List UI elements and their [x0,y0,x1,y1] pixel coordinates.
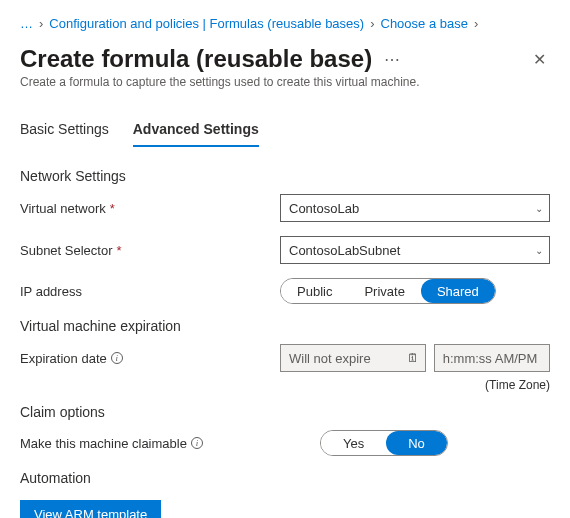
section-expiration: Virtual machine expiration [20,318,550,334]
expiration-date-input[interactable]: Will not expire 🗓 [280,344,426,372]
tabs: Basic Settings Advanced Settings [20,115,550,148]
breadcrumb-link-choose-base[interactable]: Choose a base [381,16,468,31]
claimable-no[interactable]: No [386,431,447,455]
page-header: Create formula (reusable base) ⋯ ✕ [20,45,550,73]
subnet-select[interactable]: ContosoLabSubnet ⌄ [280,236,550,264]
section-claim: Claim options [20,404,550,420]
vnet-select[interactable]: ContosoLab ⌄ [280,194,550,222]
tab-basic-settings[interactable]: Basic Settings [20,115,109,147]
chevron-down-icon: ⌄ [535,245,543,256]
page-title: Create formula (reusable base) [20,45,372,73]
chevron-right-icon: › [370,16,374,31]
ip-option-private[interactable]: Private [348,279,420,303]
expiration-time-input[interactable]: h:mm:ss AM/PM [434,344,550,372]
chevron-right-icon: › [474,16,478,31]
section-automation: Automation [20,470,550,486]
ip-option-shared[interactable]: Shared [421,279,495,303]
close-icon[interactable]: ✕ [529,46,550,73]
calendar-icon: 🗓 [407,351,419,365]
ip-option-public[interactable]: Public [281,279,348,303]
claimable-label: Make this machine claimable i [20,436,280,451]
ip-label: IP address [20,284,280,299]
section-network: Network Settings [20,168,550,184]
tab-advanced-settings[interactable]: Advanced Settings [133,115,259,147]
view-arm-template-button[interactable]: View ARM template [20,500,161,518]
vnet-label: Virtual network* [20,201,280,216]
page-subtitle: Create a formula to capture the settings… [20,75,550,89]
chevron-right-icon: › [39,16,43,31]
subnet-label: Subnet Selector* [20,243,280,258]
ip-address-toggle: Public Private Shared [280,278,496,304]
claimable-toggle: Yes No [320,430,448,456]
timezone-label: (Time Zone) [20,378,550,392]
info-icon[interactable]: i [191,437,203,449]
breadcrumb-link-config[interactable]: Configuration and policies | Formulas (r… [49,16,364,31]
more-icon[interactable]: ⋯ [384,50,400,69]
info-icon[interactable]: i [111,352,123,364]
expiration-date-label: Expiration date i [20,351,280,366]
chevron-down-icon: ⌄ [535,203,543,214]
claimable-yes[interactable]: Yes [321,431,386,455]
breadcrumb-more[interactable]: … [20,16,33,31]
breadcrumb: … › Configuration and policies | Formula… [20,16,550,31]
